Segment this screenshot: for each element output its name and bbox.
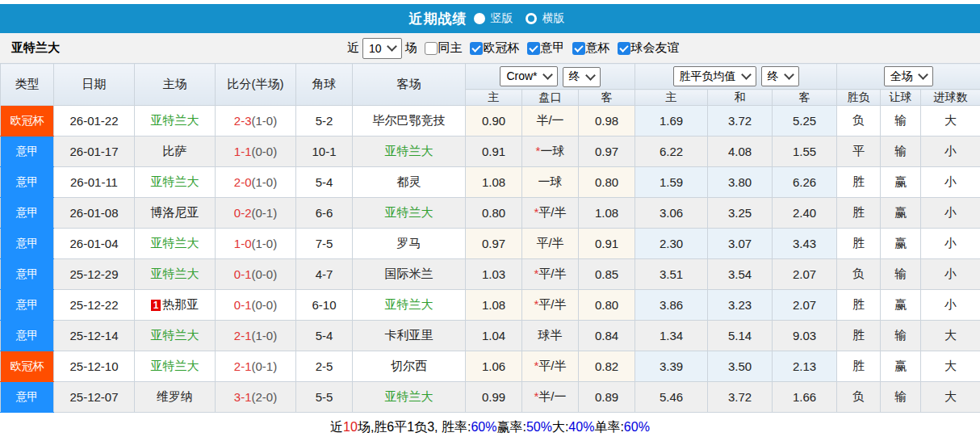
filter-checkbox[interactable] bbox=[425, 42, 438, 55]
match-type-badge: 意甲 bbox=[1, 290, 54, 321]
col-header-score: 比分(半场) bbox=[216, 64, 296, 106]
summary-segment: 赢率: bbox=[496, 419, 526, 436]
layout-radio-label[interactable]: 竖版 bbox=[491, 11, 513, 26]
subcol-odds-home: 主 bbox=[466, 90, 522, 106]
result-wdl: 胜 bbox=[837, 167, 881, 198]
odds-home: 0.97 bbox=[466, 229, 522, 259]
filter-checkbox-label[interactable]: 同主 bbox=[438, 40, 463, 56]
result-handicap: 赢 bbox=[881, 198, 921, 229]
avg-away: 2.13 bbox=[773, 351, 837, 382]
result-handicap: 赢 bbox=[881, 167, 921, 198]
chevron-down-icon bbox=[585, 70, 596, 81]
col-header-home: 主场 bbox=[135, 64, 216, 106]
avg-type-select[interactable]: 胜平负均值 bbox=[673, 66, 756, 86]
odds-home: 1.03 bbox=[466, 259, 522, 290]
odds-handicap: *半/一 bbox=[522, 382, 579, 413]
changed-odds-asterisk: * bbox=[534, 297, 538, 311]
subcol-handicap: 盘口 bbox=[522, 90, 579, 106]
filter-checkbox-label[interactable]: 球会友谊 bbox=[631, 40, 680, 56]
avg-away: 9.03 bbox=[773, 321, 837, 351]
home-team: 亚特兰大 bbox=[135, 351, 216, 382]
result-wdl: 胜 bbox=[837, 229, 881, 259]
filter-checkbox-label[interactable]: 欧冠杯 bbox=[484, 40, 520, 56]
odds-away: 0.80 bbox=[579, 167, 635, 198]
odds-away: 0.84 bbox=[579, 321, 635, 351]
avg-draw: 3.23 bbox=[708, 290, 773, 321]
layout-radio-label[interactable]: 横版 bbox=[542, 11, 565, 26]
summary-row: 近10场,胜6平1负3, 胜率:60% 赢率:50% 大:40% 单率:60% bbox=[0, 413, 980, 441]
result-wdl: 负 bbox=[837, 106, 881, 136]
home-team: 比萨 bbox=[135, 136, 216, 167]
match-type-badge: 欧冠杯 bbox=[1, 351, 54, 382]
layout-radio-group: 竖版横版 bbox=[474, 11, 572, 26]
layout-radio-unselected[interactable] bbox=[526, 13, 537, 24]
match-type-badge: 意甲 bbox=[1, 167, 54, 198]
filter-checkbox[interactable] bbox=[470, 42, 483, 55]
match-type-badge: 意甲 bbox=[1, 321, 54, 351]
result-wdl: 胜 bbox=[837, 198, 881, 229]
changed-odds-asterisk: * bbox=[536, 144, 541, 158]
filter-checkbox[interactable] bbox=[527, 42, 540, 55]
results-table: 类型 日期 主场 比分(半场) 角球 客场 Crow*终 胜平负均值终 全场 主… bbox=[0, 63, 980, 413]
chevron-down-icon bbox=[741, 69, 752, 80]
avg-time-select[interactable]: 终 bbox=[761, 66, 799, 86]
odds-group-header: Crow*终 bbox=[466, 64, 635, 90]
odds-home: 1.04 bbox=[466, 321, 522, 351]
table-row: 意甲25-12-14亚特兰大2-1(1-0)5-4卡利亚里1.04球半0.841… bbox=[1, 321, 980, 351]
score-cell: 2-0(1-0) bbox=[216, 167, 296, 198]
odds-away: 0.91 bbox=[579, 229, 635, 259]
subcol-avg-away: 客 bbox=[773, 90, 837, 106]
table-row: 意甲26-01-11亚特兰大2-0(1-0)5-4都灵1.08一球0.801.5… bbox=[1, 167, 980, 198]
filter-checkbox-label[interactable]: 意杯 bbox=[586, 40, 610, 56]
odds-handicap: 平/半 bbox=[522, 229, 579, 259]
table-row: 意甲25-12-07维罗纳3-1(2-0)5-5亚特兰大0.99*半/一0.89… bbox=[1, 382, 980, 413]
corner-score: 7-5 bbox=[296, 229, 353, 259]
result-wdl: 胜 bbox=[837, 351, 881, 382]
games-count-select[interactable]: 10 bbox=[362, 38, 402, 59]
match-date: 26-01-08 bbox=[54, 198, 135, 229]
corner-score: 4-7 bbox=[296, 259, 353, 290]
home-team: 亚特兰大 bbox=[135, 259, 216, 290]
summary-segment: 60% bbox=[471, 420, 496, 435]
avg-away: 2.07 bbox=[773, 259, 837, 290]
avg-home: 3.51 bbox=[635, 259, 708, 290]
result-handicap: 赢 bbox=[881, 351, 921, 382]
period-select[interactable]: 全场 bbox=[884, 66, 933, 86]
col-header-date: 日期 bbox=[54, 64, 135, 106]
odds-handicap: *平/半 bbox=[522, 259, 579, 290]
match-date: 25-12-10 bbox=[54, 351, 135, 382]
layout-radio-selected[interactable] bbox=[474, 13, 485, 24]
avg-group-header: 胜平负均值终 bbox=[635, 64, 837, 90]
match-date: 26-01-04 bbox=[54, 229, 135, 259]
score-cell: 0-1(0-0) bbox=[216, 259, 296, 290]
odds-away: 0.82 bbox=[579, 351, 635, 382]
summary-segment: 40% bbox=[568, 420, 594, 435]
odds-away: 1.08 bbox=[579, 198, 635, 229]
table-row: 意甲25-12-29亚特兰大0-1(0-0)4-7国际米兰1.03*平/半0.8… bbox=[1, 259, 980, 290]
table-row: 欧冠杯25-12-10亚特兰大2-1(0-1)2-5切尔西1.06*平/半0.8… bbox=[1, 351, 980, 382]
result-group-header: 全场 bbox=[837, 64, 980, 90]
odds-handicap: 半/一 bbox=[522, 106, 579, 136]
avg-home: 6.22 bbox=[635, 136, 708, 167]
score-cell: 1-0(1-0) bbox=[216, 229, 296, 259]
avg-away: 3.43 bbox=[773, 229, 837, 259]
filter-checkbox[interactable] bbox=[618, 42, 630, 55]
match-date: 26-01-11 bbox=[54, 167, 135, 198]
result-goals: 小 bbox=[921, 259, 980, 290]
odds-away: 0.98 bbox=[579, 106, 635, 136]
score-cell: 2-1(1-0) bbox=[216, 321, 296, 351]
odds-handicap: *一球 bbox=[522, 136, 579, 167]
home-team: 亚特兰大 bbox=[135, 229, 216, 259]
games-suffix-label: 场 bbox=[405, 40, 417, 56]
corner-score: 5-4 bbox=[296, 321, 353, 351]
odds-time-select[interactable]: 终 bbox=[563, 67, 601, 87]
avg-away: 5.25 bbox=[773, 106, 837, 136]
filter-controls: 近 10 场 同主欧冠杯意甲意杯球会友谊 bbox=[347, 38, 680, 59]
filter-checkbox-label[interactable]: 意甲 bbox=[541, 40, 565, 56]
filter-checkbox[interactable] bbox=[572, 42, 585, 55]
score-cell: 2-3(1-0) bbox=[216, 106, 296, 136]
corner-score: 5-4 bbox=[296, 167, 353, 198]
match-type-badge: 意甲 bbox=[1, 198, 54, 229]
home-team: 1热那亚 bbox=[135, 290, 216, 321]
bookmaker-select[interactable]: Crow* bbox=[500, 66, 557, 86]
